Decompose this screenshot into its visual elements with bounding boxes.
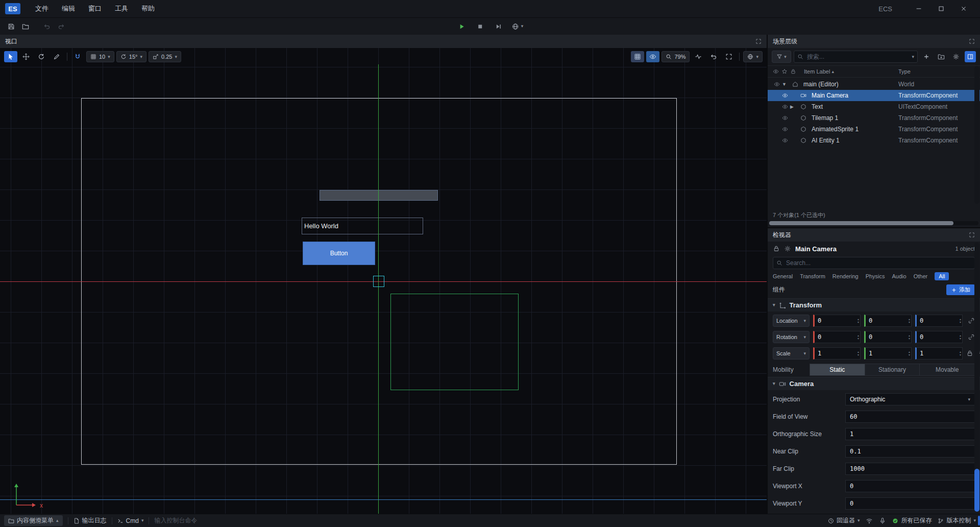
eye-icon[interactable] — [774, 81, 782, 87]
grid-snap-dropdown[interactable]: 10 ▾ — [86, 51, 114, 62]
hierarchy-vertical-scrollbar[interactable] — [974, 66, 979, 204]
near-clip-input[interactable] — [845, 445, 975, 458]
favorite-column-toggle[interactable] — [781, 68, 790, 75]
tree-row-ai-entity[interactable]: AI Entity 1 TransformComponent — [768, 135, 980, 146]
lock-column-toggle[interactable] — [790, 68, 799, 75]
wifi-icon[interactable] — [866, 517, 873, 524]
zoom-indicator[interactable]: 79% — [662, 51, 690, 62]
grid-toggle-button[interactable] — [631, 51, 644, 62]
orthographic-size-input[interactable] — [845, 428, 975, 440]
mobility-stationary[interactable]: Stationary — [865, 364, 920, 376]
cmd-dropdown[interactable]: Cmd ▾ — [117, 517, 144, 524]
eye-icon[interactable] — [782, 126, 790, 132]
inspector-search-input[interactable] — [785, 259, 971, 267]
close-button[interactable] — [952, 0, 975, 17]
tab-rendering[interactable]: Rendering — [832, 273, 859, 279]
field-of-view-input[interactable] — [845, 411, 975, 423]
maximize-button[interactable] — [930, 0, 952, 17]
tree-row-main[interactable]: ▼ main (Editor) World — [768, 79, 980, 90]
viewport-x-input[interactable] — [845, 480, 975, 492]
menu-edit[interactable]: 编辑 — [55, 0, 82, 17]
link-icon[interactable] — [968, 317, 975, 324]
camera-section-header[interactable]: ▾ Camera — [768, 377, 980, 390]
menu-help[interactable]: 帮助 — [135, 0, 161, 17]
visibility-toggle-button[interactable] — [646, 51, 659, 62]
scale-dropdown[interactable]: Scale▾ — [773, 347, 810, 360]
stepper-arrows[interactable]: ▴▾ — [909, 332, 910, 342]
output-log-button[interactable]: 输出日志 — [74, 516, 107, 525]
add-component-button[interactable]: 添加 — [946, 284, 975, 295]
mobility-movable[interactable]: Movable — [920, 364, 975, 376]
add-entity-button[interactable] — [920, 51, 933, 63]
minimize-button[interactable] — [908, 0, 930, 17]
location-dropdown[interactable]: Location▾ — [773, 315, 810, 327]
stop-button[interactable] — [473, 20, 487, 33]
tree-row-animatedsprite[interactable]: AnimatedSprite 1 TransformComponent — [768, 124, 980, 135]
open-button[interactable] — [18, 20, 33, 33]
type-column[interactable]: Type — [898, 68, 911, 75]
version-control-dropdown[interactable]: 版本控制 ▾ — [938, 516, 976, 525]
tab-other[interactable]: Other — [914, 273, 928, 279]
snap-toggle-button[interactable] — [71, 51, 84, 62]
projection-dropdown[interactable]: Orthographic▾ — [845, 393, 975, 405]
fullscreen-button[interactable] — [722, 51, 736, 62]
filter-button[interactable]: ▾ — [772, 51, 791, 63]
undo-button[interactable] — [40, 20, 54, 33]
ui-text-object[interactable]: Hello World — [302, 218, 423, 234]
location-x-input[interactable] — [815, 317, 860, 324]
gear-icon[interactable] — [784, 245, 791, 252]
transform-section-header[interactable]: ▾ Transform — [768, 298, 980, 312]
redo-button[interactable] — [54, 20, 68, 33]
stepper-arrows[interactable]: ▴▾ — [960, 349, 961, 358]
tree-row-tilemap[interactable]: Tilemap 1 TransformComponent — [768, 112, 980, 124]
menu-window[interactable]: 窗口 — [82, 0, 108, 17]
stepper-arrows[interactable]: ▴▾ — [857, 316, 859, 325]
new-folder-button[interactable] — [935, 51, 947, 63]
stepper-arrows[interactable]: ▴▾ — [960, 332, 961, 342]
mic-icon[interactable] — [879, 517, 886, 524]
item-label-column[interactable]: Item Label▴ — [804, 68, 834, 75]
scrollbar-thumb[interactable] — [974, 469, 979, 512]
tilemap-object[interactable] — [320, 190, 438, 201]
far-clip-input[interactable] — [845, 463, 975, 475]
panel-layout-button[interactable] — [965, 51, 976, 62]
location-y-input[interactable] — [866, 317, 911, 324]
edit-tool-button[interactable] — [50, 51, 63, 62]
link-icon[interactable] — [968, 333, 975, 341]
tree-row-main-camera[interactable]: Main Camera TransformComponent — [768, 90, 980, 101]
stepper-arrows[interactable]: ▴▾ — [857, 332, 859, 342]
mobility-static[interactable]: Static — [810, 364, 865, 376]
selection-gizmo[interactable] — [373, 276, 384, 287]
hierarchy-settings-button[interactable] — [950, 51, 962, 63]
lock-icon[interactable] — [966, 350, 973, 357]
move-tool-button[interactable] — [19, 51, 33, 62]
scale-z-input[interactable] — [917, 350, 962, 357]
eye-icon[interactable] — [782, 92, 790, 99]
content-drawer-button[interactable]: 内容侧滑菜单 ▴ — [4, 515, 63, 526]
stepper-arrows[interactable]: ▴▾ — [960, 316, 961, 325]
rotation-z-input[interactable] — [917, 333, 962, 341]
rotation-snap-dropdown[interactable]: 15° ▾ — [116, 51, 146, 62]
hierarchy-search[interactable]: ▾ — [794, 51, 918, 63]
select-tool-button[interactable] — [4, 51, 17, 62]
tab-audio[interactable]: Audio — [892, 273, 906, 279]
world-dropdown[interactable]: ▾ — [743, 51, 763, 62]
hierarchy-horizontal-scrollbar[interactable] — [769, 221, 978, 225]
viewport-y-input[interactable] — [845, 497, 975, 510]
reset-view-button[interactable] — [707, 51, 720, 62]
corner-scroll-grip[interactable] — [978, 516, 980, 525]
expand-panel-button[interactable] — [755, 38, 762, 44]
expand-panel-button[interactable] — [969, 232, 975, 238]
scale-snap-dropdown[interactable]: 0.25 ▾ — [149, 51, 181, 62]
tab-transform[interactable]: Transform — [800, 273, 825, 279]
rotation-dropdown[interactable]: Rotation▾ — [773, 331, 810, 343]
eye-icon[interactable] — [782, 137, 790, 143]
save-button[interactable] — [4, 20, 18, 33]
eye-icon[interactable] — [782, 104, 790, 110]
play-button[interactable] — [455, 20, 469, 33]
rotation-x-input[interactable] — [815, 333, 860, 341]
viewport-canvas[interactable]: Hello World Button x — [0, 48, 767, 514]
tree-row-text[interactable]: ▶ Text UITextComponent — [768, 101, 980, 112]
lock-icon[interactable] — [773, 245, 780, 252]
inspector-vertical-scrollbar[interactable] — [974, 243, 979, 512]
